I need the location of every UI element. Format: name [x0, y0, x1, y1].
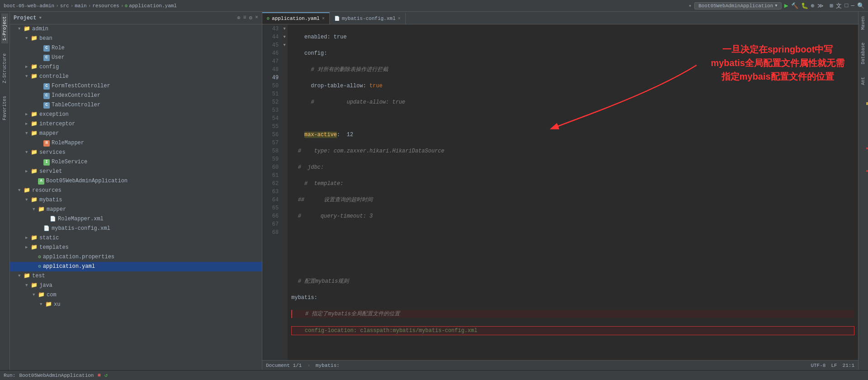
collapse-icon[interactable]: ≡ [243, 14, 246, 21]
editor-tabs: ⚙ application.yaml × 📄 mybatis-config.xm… [262, 12, 858, 24]
tree-item-mybatis[interactable]: ▼ 📁 mybatis [10, 195, 262, 205]
tree-item-mapper[interactable]: ▼ 📁 mapper [10, 129, 262, 138]
breadcrumb-item-src[interactable]: src [60, 3, 69, 9]
folder-icon-mybatis: 📁 [31, 196, 38, 204]
folder-icon-templates: 📁 [31, 243, 38, 252]
tree-item-com[interactable]: ▼ 📁 com [10, 290, 262, 300]
tree-item-rolemapperxml[interactable]: 📄 RoleMapper.xml [10, 214, 262, 224]
tree-item-java[interactable]: ▼ 📁 java [10, 281, 262, 290]
folder-icon-interceptor: 📁 [31, 120, 38, 128]
code-content[interactable]: enabled: true config: # 对所有的删除表操作进行拦截 dr… [288, 24, 858, 360]
dropdown-arrow-icon: ▼ [775, 4, 777, 8]
breadcrumb-sep: › [121, 3, 124, 9]
tree-item-appyaml[interactable]: ⚙ application.yaml [10, 262, 262, 271]
run-config-dropdown[interactable]: Boot05WebAdminApplication ▼ [694, 2, 781, 10]
breadcrumb-sep: › [88, 3, 91, 9]
yaml-icon: ⚙ [267, 16, 270, 21]
file-icon-appyaml: ⚙ [38, 262, 41, 271]
tree-item-config[interactable]: ▶ 📁 config [10, 62, 262, 72]
breadcrumb-item-resources[interactable]: resources [92, 3, 119, 9]
tree-item-admin[interactable]: ▼ 📁 admin [10, 24, 262, 34]
run-config-label: Boot05WebAdminApplication [698, 3, 773, 9]
tree-item-interceptor[interactable]: ▶ 📁 interceptor [10, 119, 262, 129]
run-stop-icon[interactable]: ■ [97, 372, 100, 379]
tree-item-bean[interactable]: ▼ 📁 bean [10, 34, 262, 43]
project-panel-header: Project ▼ ⊕ ≡ ⚙ × [10, 12, 262, 24]
tab-structure[interactable]: Z-Structure [1, 51, 8, 86]
breadcrumb-item-file[interactable]: application.yaml [129, 3, 177, 9]
breadcrumb-item-project[interactable]: boot-05-web-admin [4, 3, 54, 9]
folder-icon-config: 📁 [31, 63, 38, 71]
tree-item-resources[interactable]: ▼ 📁 resources [10, 186, 262, 195]
class-icon-bootapp: A [38, 178, 44, 185]
code-line-49: max-active: 12 [291, 131, 854, 139]
close-tab-appyaml[interactable]: × [322, 16, 325, 21]
top-bar: boot-05-web-admin › src › main › resourc… [0, 0, 868, 12]
top-bar-right: ✦ Boot05WebAdminApplication ▼ ▶ 🔨 🐛 ⊕ ≫ … [688, 1, 864, 10]
tab-project[interactable]: 1-Project [1, 14, 8, 43]
close-tab-mybatisconfig[interactable]: × [398, 16, 401, 21]
class-icon-formtest: C [43, 83, 50, 90]
tab-maven[interactable]: Maven [860, 14, 867, 33]
tree-item-rolemapper[interactable]: R RoleMapper [10, 138, 262, 148]
breadcrumb: boot-05-web-admin › src › main › resourc… [4, 3, 687, 9]
tree-item-controlle[interactable]: ▼ 📁 controlle [10, 72, 262, 81]
class-icon-roleservice: I [43, 159, 50, 166]
tree-item-servlet[interactable]: ▶ 📁 servlet [10, 167, 262, 176]
file-icon-mybatisconfig: 📄 [43, 224, 50, 233]
more-icon[interactable]: ≫ [817, 2, 824, 10]
folder-icon-static: 📁 [31, 234, 38, 242]
translate-icon[interactable]: 文 [836, 2, 842, 10]
tree-item-table[interactable]: C TableController [10, 100, 262, 110]
cursor-pos-label: 21:1 [843, 363, 854, 368]
close-panel-icon[interactable]: × [255, 14, 258, 21]
tree-item-xu[interactable]: ▼ 📁 xu [10, 300, 262, 309]
project-dropdown-icon[interactable]: ▼ [39, 16, 41, 20]
tree-item-user[interactable]: C User [10, 53, 262, 62]
tree-item-bootapp[interactable]: A Boot05WebAdminApplication [10, 176, 262, 186]
build-icon[interactable]: 🔨 [791, 2, 798, 10]
settings-panel-icon[interactable]: ⚙ [249, 14, 252, 21]
breadcrumb-item-main[interactable]: main [75, 3, 86, 9]
search-top-icon[interactable]: 🔍 [857, 2, 864, 10]
debug-icon[interactable]: 🐛 [801, 2, 808, 10]
tab-appyaml[interactable]: ⚙ application.yaml × [262, 12, 330, 24]
folder-icon-mapper: 📁 [31, 129, 38, 138]
tree-item-templates[interactable]: ▶ 📁 templates [10, 243, 262, 252]
tree-item-role[interactable]: C Role [10, 43, 262, 53]
profile-icon[interactable]: ⊕ [811, 2, 815, 10]
tab-database[interactable]: Database [860, 40, 867, 67]
minimize-icon[interactable]: — [851, 2, 854, 9]
tree-item-static[interactable]: ▶ 📁 static [10, 233, 262, 243]
tab-favorites[interactable]: Favorites [1, 93, 8, 123]
tree-item-appprops[interactable]: ⚙ application.properties [10, 252, 262, 262]
tree-item-exception[interactable]: ▶ 📁 exception [10, 110, 262, 119]
folder-icon: 📁 [24, 25, 30, 33]
layout-icon[interactable]: ⊞ [830, 2, 834, 10]
tree-item-services[interactable]: ▼ 📁 services [10, 148, 262, 157]
tree-item-mybatisconfig[interactable]: 📄 mybatis-config.xml [10, 224, 262, 233]
file-icon-appprops: ⚙ [38, 253, 41, 261]
folder-icon-java: 📁 [31, 281, 38, 290]
tab-ant[interactable]: Ant [860, 74, 867, 88]
code-line-43: enabled: true [291, 33, 854, 41]
settings-icon: ✦ [688, 2, 692, 9]
sync-icon[interactable]: ⊕ [237, 14, 240, 21]
tree-item-mapper-sub[interactable]: ▼ 📁 mapper [10, 205, 262, 214]
run-restart-icon[interactable]: ↺ [104, 372, 108, 379]
tree-item-formtest[interactable]: C FormTestController [10, 81, 262, 91]
tree-item-roleservice[interactable]: I RoleService [10, 157, 262, 167]
tab-mybatisconfig[interactable]: 📄 mybatis-config.xml × [330, 13, 406, 24]
code-line-58: # 配置mybatis规则 [291, 277, 854, 285]
run-button[interactable]: ▶ [784, 1, 788, 10]
code-line-46: drop-table-allow: true [291, 82, 854, 90]
tree-item-test[interactable]: ▼ 📁 test [10, 271, 262, 281]
maximize-icon[interactable]: □ [844, 2, 848, 9]
class-icon-rolemapper: R [43, 140, 50, 147]
code-line-51: # jdbc: [291, 163, 854, 171]
file-icon-rolemapperxml: 📄 [50, 215, 56, 223]
code-line-62 [291, 343, 854, 352]
code-line-48 [291, 114, 854, 123]
project-title: Project [14, 15, 36, 21]
tree-item-index[interactable]: C IndexController [10, 91, 262, 100]
